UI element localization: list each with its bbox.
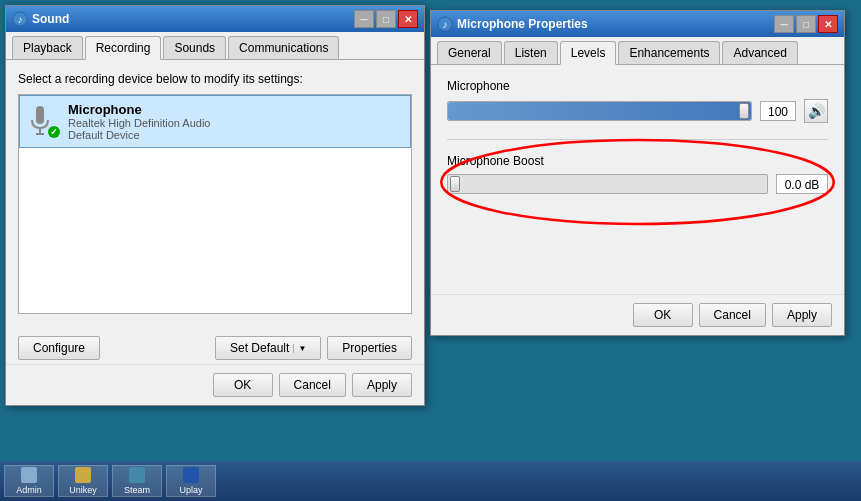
taskbar-label-uplay: Uplay xyxy=(179,485,202,495)
taskbar: Admin Unikey Steam Uplay xyxy=(0,461,861,501)
mic-close-button[interactable]: ✕ xyxy=(818,15,838,33)
configure-button[interactable]: Configure xyxy=(18,336,100,360)
microphone-level-section: Microphone 100 🔊 xyxy=(447,79,828,123)
mic-props-bottom: OK Cancel Apply xyxy=(431,294,844,335)
tab-sounds[interactable]: Sounds xyxy=(163,36,226,59)
mic-ok-button[interactable]: OK xyxy=(633,303,693,327)
microphone-device-icon: ✓ xyxy=(28,106,60,138)
mic-maximize-button[interactable]: □ xyxy=(796,15,816,33)
steam-icon xyxy=(129,467,145,483)
sound-ok-cancel-apply: OK Cancel Apply xyxy=(213,373,412,397)
boost-section-wrapper: Microphone Boost 0.0 dB xyxy=(447,148,828,216)
taskbar-label-unikey: Unikey xyxy=(69,485,97,495)
svg-text:♪: ♪ xyxy=(443,19,448,30)
sound-section-label: Select a recording device below to modif… xyxy=(18,72,412,86)
device-sub2: Default Device xyxy=(68,129,378,141)
mic-minimize-button[interactable]: ─ xyxy=(774,15,794,33)
tab-playback[interactable]: Playback xyxy=(12,36,83,59)
boost-level-section: Microphone Boost 0.0 dB xyxy=(447,148,828,200)
svg-text:♪: ♪ xyxy=(18,14,23,25)
levels-content: Microphone 100 🔊 Microphone Boost xyxy=(431,65,844,230)
mic-props-window: ♪ Microphone Properties ─ □ ✕ General Li… xyxy=(430,10,845,336)
properties-button[interactable]: Properties xyxy=(327,336,412,360)
unikey-icon xyxy=(75,467,91,483)
microphone-slider[interactable] xyxy=(447,101,752,121)
microphone-level-label: Microphone xyxy=(447,79,828,93)
mic-title-icon: ♪ xyxy=(437,16,453,32)
boost-value: 0.0 dB xyxy=(776,174,828,194)
sound-title-bar: ♪ Sound ─ □ ✕ xyxy=(6,6,424,32)
microphone-slider-row: 100 🔊 xyxy=(447,99,828,123)
tab-advanced[interactable]: Advanced xyxy=(722,41,797,64)
sound-title-icon: ♪ xyxy=(12,11,28,27)
sound-title-left: ♪ Sound xyxy=(12,11,69,27)
mic-title-text: Microphone Properties xyxy=(457,17,588,31)
taskbar-label-steam: Steam xyxy=(124,485,150,495)
taskbar-item-unikey[interactable]: Unikey xyxy=(58,465,108,497)
sound-close-button[interactable]: ✕ xyxy=(398,10,418,28)
svg-rect-2 xyxy=(36,106,44,124)
mic-apply-button[interactable]: Apply xyxy=(772,303,832,327)
device-list: ✓ Microphone Realtek High Definition Aud… xyxy=(18,94,412,314)
sound-bottom-buttons: OK Cancel Apply xyxy=(6,364,424,405)
tab-enhancements[interactable]: Enhancements xyxy=(618,41,720,64)
taskbar-item-steam[interactable]: Steam xyxy=(112,465,162,497)
tab-levels[interactable]: Levels xyxy=(560,41,617,65)
mic-prop-tabs: General Listen Levels Enhancements Advan… xyxy=(431,37,844,65)
sound-cancel-button[interactable]: Cancel xyxy=(279,373,346,397)
boost-slider-thumb[interactable] xyxy=(450,176,460,192)
taskbar-item-admin[interactable]: Admin xyxy=(4,465,54,497)
microphone-slider-fill xyxy=(448,102,751,120)
device-info: Microphone Realtek High Definition Audio… xyxy=(68,102,378,141)
microphone-value: 100 xyxy=(760,101,796,121)
sound-maximize-button[interactable]: □ xyxy=(376,10,396,28)
admin-icon xyxy=(21,467,37,483)
sound-window: ♪ Sound ─ □ ✕ Playback Recording Sounds … xyxy=(5,5,425,406)
sound-apply-button[interactable]: Apply xyxy=(352,373,412,397)
microphone-speaker-button[interactable]: 🔊 xyxy=(804,99,828,123)
set-default-button[interactable]: Set Default ▼ xyxy=(215,336,321,360)
sound-tabs: Playback Recording Sounds Communications xyxy=(6,32,424,60)
sound-title-text: Sound xyxy=(32,12,69,26)
default-device-badge: ✓ xyxy=(48,126,60,138)
sound-dialog-content: Select a recording device below to modif… xyxy=(6,60,424,336)
tab-listen[interactable]: Listen xyxy=(504,41,558,64)
taskbar-label-admin: Admin xyxy=(16,485,42,495)
mic-cancel-button[interactable]: Cancel xyxy=(699,303,766,327)
tab-communications[interactable]: Communications xyxy=(228,36,339,59)
boost-slider-row: 0.0 dB xyxy=(447,174,828,194)
sound-title-controls: ─ □ ✕ xyxy=(354,10,418,28)
levels-divider xyxy=(447,139,828,140)
mic-title-left: ♪ Microphone Properties xyxy=(437,16,588,32)
boost-level-label: Microphone Boost xyxy=(447,154,828,168)
set-default-arrow-icon[interactable]: ▼ xyxy=(293,344,306,353)
device-item-microphone[interactable]: ✓ Microphone Realtek High Definition Aud… xyxy=(19,95,411,148)
mic-title-bar: ♪ Microphone Properties ─ □ ✕ xyxy=(431,11,844,37)
sound-minimize-button[interactable]: ─ xyxy=(354,10,374,28)
tab-recording[interactable]: Recording xyxy=(85,36,162,60)
boost-slider[interactable] xyxy=(447,174,768,194)
taskbar-item-uplay[interactable]: Uplay xyxy=(166,465,216,497)
tab-general[interactable]: General xyxy=(437,41,502,64)
device-sub1: Realtek High Definition Audio xyxy=(68,117,378,129)
uplay-icon xyxy=(183,467,199,483)
microphone-slider-thumb[interactable] xyxy=(739,103,749,119)
sound-ok-button[interactable]: OK xyxy=(213,373,273,397)
device-name: Microphone xyxy=(68,102,378,117)
mic-title-controls: ─ □ ✕ xyxy=(774,15,838,33)
